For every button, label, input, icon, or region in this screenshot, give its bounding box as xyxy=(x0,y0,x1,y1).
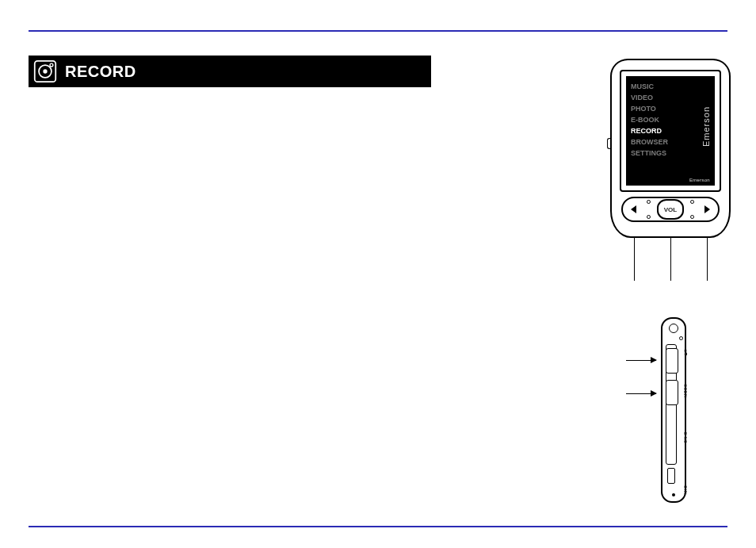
arrow-to-play xyxy=(626,360,656,361)
nav-right-icon xyxy=(704,205,710,213)
screw-hole xyxy=(690,200,694,204)
side-track xyxy=(666,344,677,465)
callout-line-center xyxy=(670,238,671,281)
side-button xyxy=(607,138,611,149)
svg-point-3 xyxy=(50,63,53,67)
section-title-bar: RECORD xyxy=(29,56,431,87)
mode-button xyxy=(666,380,678,405)
device-illustration-front: MUSIC VIDEO PHOTO E-BOOK RECORD BROWSER … xyxy=(610,59,731,238)
side-label-mic: MIC xyxy=(683,485,688,494)
section-title: RECORD xyxy=(65,63,136,81)
side-label-play: ▶II xyxy=(683,349,688,357)
lanyard-hole xyxy=(679,336,683,340)
screw-hole xyxy=(647,200,651,204)
screw-hole xyxy=(690,215,694,219)
vol-button: VOL xyxy=(657,199,684,220)
device-illustration-side: ▶II MODE ON O MIC xyxy=(661,317,686,503)
brand-logo: Emerson xyxy=(701,82,712,170)
screw-hole xyxy=(647,215,651,219)
menu-item-photo: PHOTO xyxy=(631,103,668,114)
vol-label: VOL xyxy=(664,206,677,213)
menu-item-music: MUSIC xyxy=(631,81,668,92)
menu-item-browser: BROWSER xyxy=(631,136,668,148)
menu-item-video: VIDEO xyxy=(631,92,668,103)
mic-hole xyxy=(672,493,675,496)
divider-bottom xyxy=(29,526,727,527)
power-switch xyxy=(667,468,675,484)
menu-list: MUSIC VIDEO PHOTO E-BOOK RECORD BROWSER … xyxy=(631,81,668,159)
divider-top xyxy=(29,30,727,32)
record-icon xyxy=(32,58,59,85)
side-label-mode: MODE xyxy=(683,384,688,397)
nav-left-icon xyxy=(631,205,636,213)
menu-item-record: RECORD xyxy=(631,125,668,136)
manual-page: RECORD MUSIC VIDEO PHOTO E-BOOK RECORD B… xyxy=(0,0,756,548)
headphone-jack-icon xyxy=(669,324,678,333)
callout-line-left xyxy=(634,238,635,281)
play-button xyxy=(666,348,678,374)
svg-point-2 xyxy=(43,69,47,73)
menu-item-ebook: E-BOOK xyxy=(631,114,668,125)
menu-item-settings: SETTINGS xyxy=(631,148,668,159)
brand-badge: Emerson xyxy=(689,178,710,182)
callout-line-right xyxy=(707,238,708,281)
device-screen: MUSIC VIDEO PHOTO E-BOOK RECORD BROWSER … xyxy=(620,70,721,192)
control-bar: VOL xyxy=(621,197,720,222)
side-label-on: ON O xyxy=(683,431,688,443)
arrow-to-mode xyxy=(626,393,656,394)
